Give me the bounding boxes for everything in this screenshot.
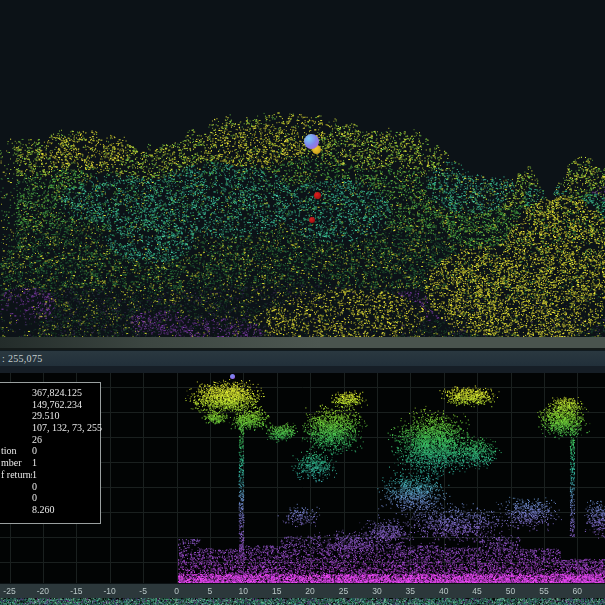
info-field-label: f returns: [0, 469, 32, 481]
axis-tick-label: 35: [406, 586, 415, 597]
axis-tick-label: 55: [539, 586, 548, 597]
info-field-label: [0, 434, 32, 446]
pick-marker-red-1: [314, 192, 321, 199]
axis-tick-label: -20: [37, 586, 49, 597]
info-field-label: [0, 492, 32, 504]
info-row: 149,762.234: [0, 399, 100, 411]
info-field-label: [0, 422, 32, 434]
axis-tick-label: 30: [372, 586, 381, 597]
info-field-value: 0: [32, 492, 37, 504]
canopy-3d-viewport[interactable]: [0, 0, 605, 350]
info-row: 29.510: [0, 410, 100, 422]
axis-tick-label: -25: [3, 586, 15, 597]
info-field-label: [0, 481, 32, 493]
axis-tick-label: 50: [506, 586, 515, 597]
status-bar: : 255,075: [0, 350, 605, 366]
info-field-value: 29.510: [32, 410, 60, 422]
axis-tick-label: 20: [305, 586, 314, 597]
profile-x-axis: -25-20-15-10-5051015202530354045505560: [0, 583, 605, 598]
axis-tick-label: -15: [70, 586, 82, 597]
info-row: 26: [0, 434, 100, 446]
axis-tick-label: 45: [472, 586, 481, 597]
info-row: tion0: [0, 445, 100, 457]
info-field-label: [0, 399, 32, 411]
info-row: 107, 132, 73, 255: [0, 422, 100, 434]
point-count-text: : 255,075: [0, 353, 42, 364]
info-field-value: 149,762.234: [32, 399, 82, 411]
info-field-value: 1: [32, 457, 37, 469]
pick-marker-red-2: [309, 217, 315, 223]
axis-tick-label: 25: [339, 586, 348, 597]
info-field-value: 1: [32, 469, 37, 481]
axis-tick-label: 10: [239, 586, 248, 597]
info-field-value: 367,824.125: [32, 387, 82, 399]
info-field-label: tion: [0, 445, 32, 457]
info-field-label: [0, 387, 32, 399]
axis-tick-label: 40: [439, 586, 448, 597]
info-row: 0: [0, 481, 100, 493]
info-row: 0: [0, 492, 100, 504]
info-row: 367,824.125: [0, 387, 100, 399]
info-field-value: 107, 132, 73, 255: [32, 422, 102, 434]
lidar-viewer-window: : 255,075 367,824.125149,762.23429.51010…: [0, 0, 605, 605]
info-row: f returns1: [0, 469, 100, 481]
info-field-label: [0, 504, 32, 516]
axis-tick-label: 15: [272, 586, 281, 597]
info-row: 8.260: [0, 504, 100, 516]
info-field-value: 26: [32, 434, 42, 446]
axis-tick-label: -10: [104, 586, 116, 597]
point-info-panel: 367,824.125149,762.23429.510107, 132, 73…: [0, 382, 101, 524]
axis-tick-label: 0: [174, 586, 179, 597]
info-row: mber1: [0, 457, 100, 469]
info-field-label: mber: [0, 457, 32, 469]
bottom-speckle-strip: [0, 598, 605, 605]
axis-tick-label: 5: [208, 586, 213, 597]
profile-pick-marker: [230, 374, 235, 379]
axis-tick-label: -5: [139, 586, 147, 597]
info-field-label: [0, 410, 32, 422]
picked-point-sphere-marker: [304, 134, 319, 149]
info-field-value: 8.260: [32, 504, 55, 516]
info-field-value: 0: [32, 445, 37, 457]
axis-tick-label: 60: [573, 586, 582, 597]
info-field-value: 0: [32, 481, 37, 493]
